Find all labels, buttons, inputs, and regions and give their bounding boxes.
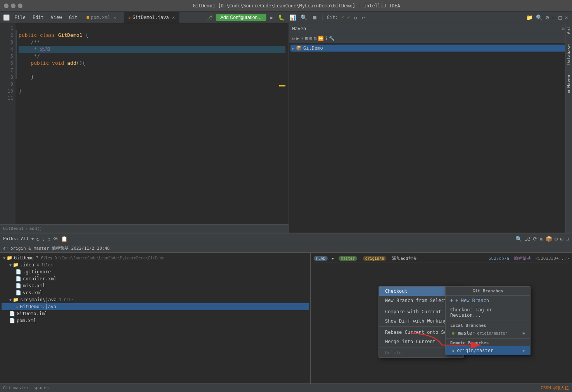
branch-icon[interactable]: ⎇ bbox=[524, 236, 531, 242]
window-icon: ⬜ bbox=[3, 14, 10, 21]
head-badge: HEAD bbox=[314, 256, 328, 261]
code-line-6: public void add(){ bbox=[19, 60, 285, 67]
git-branch-master[interactable]: ● master origin/master ▶ bbox=[446, 329, 530, 337]
ftree-vcs[interactable]: 📄 vcs.xml bbox=[2, 289, 309, 296]
stop-icon[interactable]: ⏹ bbox=[311, 14, 318, 21]
git-checkout-tag-item[interactable]: Checkout Tag or Revision... bbox=[446, 305, 530, 320]
origin-master-arrow: ▶ bbox=[523, 348, 525, 353]
new-branch-label: + New Branch bbox=[455, 298, 489, 303]
ftree-root[interactable]: ▼ 📁 GitDemo 7 files D:\Code\SourceCode\L… bbox=[2, 254, 309, 261]
java-close[interactable]: ✕ bbox=[172, 12, 175, 23]
debug-icon[interactable]: 🐛 bbox=[277, 14, 285, 21]
ftree-gitdemo1[interactable]: ☕ GitDemo1.java bbox=[2, 303, 309, 310]
git-refresh[interactable]: ↻ bbox=[353, 14, 358, 21]
commit-hash: 5827db7a bbox=[489, 256, 509, 261]
maven-wrench-icon[interactable]: 🔧 bbox=[329, 36, 335, 41]
maven-side-icon[interactable]: m Maven bbox=[566, 75, 571, 93]
title-bar: ⬜ File Edit View Git ■ pom.xml ✕ ☕ GitDe… bbox=[0, 12, 572, 23]
refresh-icon[interactable]: ↻ bbox=[36, 236, 39, 242]
ftree-src-icon: 📁 bbox=[13, 297, 19, 302]
modified-indicator bbox=[279, 85, 285, 86]
maven-settings-icon[interactable]: ⚙ bbox=[562, 26, 565, 31]
commit-row-1[interactable]: HEAD ▸ master origin/m 添加add方法 5827db7a … bbox=[314, 254, 569, 263]
run-icon[interactable]: ▶ bbox=[269, 14, 274, 21]
ftree-root-filecount: 7 files bbox=[36, 256, 52, 260]
maven-collapse-icon[interactable]: ⊟ bbox=[309, 36, 312, 41]
profile-icon[interactable]: 📊 bbox=[289, 14, 297, 21]
maven-phase-icon[interactable]: m bbox=[314, 36, 316, 41]
maven-header: Maven ⚙ ✕ bbox=[289, 23, 572, 34]
tab-gitdemo1[interactable]: ☕ GitDemo1.java ✕ bbox=[124, 12, 180, 23]
maven-skip-icon[interactable]: ⏩ bbox=[318, 36, 324, 41]
eye-icon[interactable]: 👁 bbox=[53, 236, 59, 242]
push-icon[interactable]: ↕ bbox=[47, 236, 50, 242]
ftree-compiler-label: compiler.xml bbox=[23, 276, 57, 281]
window-max-btn[interactable] bbox=[18, 3, 22, 8]
ftree-gitdemo-iml[interactable]: 📄 GitDemo.iml bbox=[2, 310, 309, 317]
maven-reload-icon[interactable]: ↻ bbox=[292, 36, 295, 41]
menu-item-git[interactable]: Git bbox=[67, 15, 80, 20]
ftree-vcs-icon: 📄 bbox=[16, 290, 21, 295]
ftree-gitdemo1-icon: ☕ bbox=[16, 304, 18, 309]
divider1: | bbox=[321, 15, 324, 20]
ftree-idea[interactable]: ▼ 📁 .idea 4 files bbox=[2, 261, 309, 268]
ftree-src[interactable]: ▼ 📁 src\main\java 1 file bbox=[2, 296, 309, 303]
minimize-icon[interactable]: — bbox=[551, 14, 556, 21]
maven-add-icon[interactable]: + bbox=[301, 36, 303, 41]
git-new-branch-item[interactable]: + + New Branch bbox=[446, 296, 530, 305]
code-editor[interactable]: 12345 67891011 public class GitDemo1 { /… bbox=[0, 23, 289, 224]
history-icon[interactable]: ⟳ bbox=[533, 236, 537, 242]
commit-email: <5202330+...> bbox=[536, 256, 569, 261]
ftree-idea-label: .idea bbox=[20, 262, 34, 268]
expand-bottom-icon[interactable]: ⊡ bbox=[560, 236, 563, 242]
filter-icon[interactable]: 📋 bbox=[61, 236, 67, 242]
ant-icon[interactable]: Ant bbox=[566, 26, 571, 34]
collapse-bottom-icon[interactable]: ⊟ bbox=[566, 236, 569, 242]
maven-toolbar: ↻ ▶ + ⊞ ⊟ m ⏩ ℹ 🔧 bbox=[289, 34, 572, 43]
code-line-11 bbox=[19, 95, 285, 102]
search-icon[interactable]: 🔍 bbox=[535, 14, 543, 21]
code-line-1 bbox=[19, 25, 285, 32]
search-bottom-icon[interactable]: 🔍 bbox=[515, 236, 522, 242]
window-min-btn[interactable] bbox=[11, 3, 16, 8]
menu-item-edit[interactable]: Edit bbox=[30, 15, 46, 20]
menu-item-view[interactable]: View bbox=[48, 15, 64, 20]
database-icon[interactable]: Database bbox=[566, 44, 571, 65]
add-configuration-btn[interactable]: Add Configuration... bbox=[216, 14, 266, 21]
master-arrow: ▶ bbox=[523, 330, 525, 336]
fetch-icon[interactable]: ⇓ bbox=[42, 236, 45, 242]
bottom-toolbar: Paths: All ÷ ↻ ⇓ ↕ 👁 📋 🔍 ⎇ ⟳ ⊞ 📦 ⚙ ⊡ ⊟ bbox=[0, 233, 572, 244]
stash-icon[interactable]: 📦 bbox=[546, 236, 552, 242]
vcs-icon[interactable]: 📁 bbox=[525, 14, 534, 21]
close-icon-window[interactable]: ✕ bbox=[564, 14, 569, 21]
breadcrumb-separator: › bbox=[25, 226, 28, 231]
ftree-root-arrow: ▼ bbox=[3, 256, 5, 260]
maven-info-icon[interactable]: ℹ bbox=[325, 36, 327, 41]
ftree-compiler-icon: 📄 bbox=[16, 276, 21, 281]
window-close-btn[interactable] bbox=[4, 3, 9, 8]
maven-expand-icon[interactable]: ⊞ bbox=[305, 36, 308, 41]
plus-icon: + bbox=[450, 298, 453, 303]
ftree-pom[interactable]: 📄 pom.xml bbox=[2, 317, 309, 324]
ftree-src-count: 1 file bbox=[59, 298, 73, 302]
menu-item-file[interactable]: File bbox=[12, 15, 28, 20]
pom-close[interactable]: ✕ bbox=[114, 12, 116, 23]
maven-tree-item-gitdemo[interactable]: ▶ 📦 GitDemo bbox=[290, 45, 570, 52]
settings-bottom-icon[interactable]: ⚙ bbox=[555, 236, 558, 242]
ftree-misc[interactable]: 📄 misc.xml bbox=[2, 282, 309, 289]
code-line-8: } bbox=[19, 74, 285, 81]
settings-icon[interactable]: ⚙ bbox=[545, 14, 550, 21]
ftree-gitignore[interactable]: 📄 .gitignore bbox=[2, 268, 309, 275]
maximize-icon[interactable]: □ bbox=[558, 14, 562, 21]
git-history[interactable]: ↩ bbox=[361, 14, 366, 21]
commit-message-text: 添加add方法 bbox=[392, 256, 417, 261]
window-title: GitDemo1 [D:\Code\SourceCode\LeanCode\My… bbox=[25, 3, 568, 9]
tab-pom[interactable]: ■ pom.xml ✕ bbox=[82, 12, 121, 23]
code-lines[interactable]: public class GitDemo1 { /** * 添加 */ publ… bbox=[16, 23, 289, 103]
coverage-icon[interactable]: 🔍 bbox=[300, 14, 308, 21]
maven-run-icon[interactable]: ▶ bbox=[296, 36, 299, 41]
git-branch-origin-master[interactable]: ★ origin/master ▶ bbox=[446, 346, 530, 355]
git-branch-icon: ⎇ bbox=[206, 14, 213, 21]
diff-icon[interactable]: ⊞ bbox=[540, 236, 543, 242]
ftree-compiler[interactable]: 📄 compiler.xml bbox=[2, 275, 309, 282]
